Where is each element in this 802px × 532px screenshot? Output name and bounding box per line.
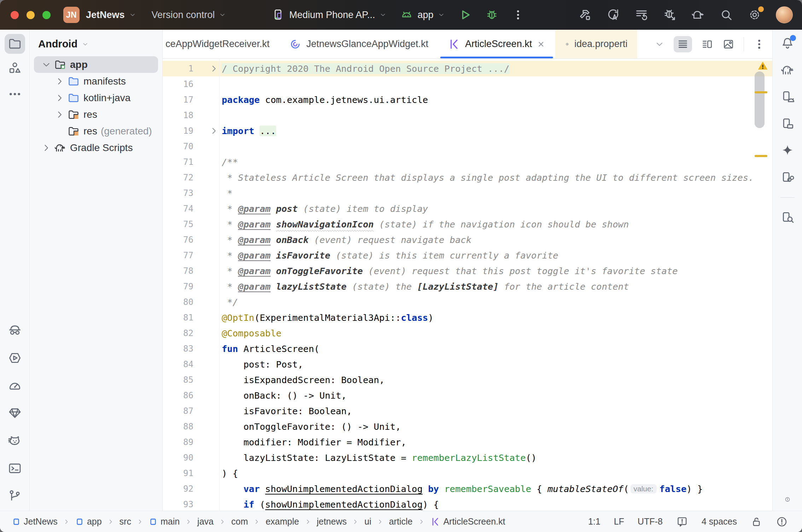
run-button[interactable] [458,8,472,22]
code-line[interactable]: 90 lazyListState: LazyListState = rememb… [163,450,772,466]
chevron-down-icon[interactable] [41,59,52,70]
breadcrumb-file[interactable]: ArticleScreen.kt [430,516,505,527]
app-inspection-icon[interactable] [8,323,22,337]
device-selector[interactable]: Medium Phone AP... [272,8,387,22]
notifications-icon[interactable] [780,36,795,50]
editor-view-mode-button[interactable] [674,36,692,52]
code-line[interactable]: 70 [163,139,772,154]
scrollbar-warning-mark[interactable] [755,91,767,93]
line-number[interactable]: 83 [183,344,193,354]
breadcrumb-main[interactable]: main [149,516,180,527]
tree-item-kotlin-java[interactable]: kotlin+java [34,89,158,106]
code-line[interactable]: 1/ Copyright 2020 The Android Open Sourc… [163,61,772,76]
device-streaming-icon[interactable] [780,170,795,185]
project-view-selector[interactable]: Android [30,35,162,56]
code-line[interactable]: 18 [163,108,772,123]
code-line[interactable]: 87 isFavorite: Boolean, [163,403,772,419]
line-number[interactable]: 90 [183,453,193,463]
code-line[interactable]: 75 * @param showNavigationIcon (state) i… [163,216,772,232]
writable-status-icon[interactable] [750,516,762,528]
line-number[interactable]: 71 [183,157,193,167]
file-encoding[interactable]: UTF-8 [638,516,663,527]
logcat-icon[interactable] [8,434,22,448]
breadcrumb-jetnews-pkg[interactable]: jetnews [317,516,347,527]
app-quality-insights-icon[interactable] [8,406,22,420]
device-explorer-icon[interactable] [780,210,795,225]
line-number[interactable]: 88 [183,422,193,432]
code-line[interactable]: 81@OptIn(ExperimentalMaterial3Api::class… [163,310,772,325]
chevron-right-icon[interactable] [54,109,65,120]
terminal-icon[interactable] [8,461,22,475]
running-devices-icon[interactable] [780,117,795,131]
line-number[interactable]: 18 [183,110,193,120]
close-window-button[interactable] [11,11,19,19]
tab-idea-properties[interactable]: idea.properti [555,30,637,58]
more-actions-button[interactable] [512,9,524,21]
problems-icon[interactable] [780,497,795,511]
version-control-menu[interactable]: Version control [152,10,226,21]
problems-status-icon[interactable] [776,516,788,528]
chevron-right-icon[interactable] [54,76,65,87]
profiler-icon[interactable] [8,378,22,393]
code-line[interactable]: 91) { [163,466,772,481]
fold-arrow-icon[interactable] [209,64,219,73]
line-number[interactable]: 89 [183,437,193,447]
breadcrumb-app[interactable]: app [75,516,102,527]
tab-articlescreen[interactable]: ArticleScreen.kt [438,30,555,58]
line-number[interactable]: 70 [183,141,193,151]
gradle-tool-icon[interactable] [780,63,795,77]
line-number[interactable]: 77 [183,250,193,260]
line-number[interactable]: 84 [183,359,193,369]
line-number[interactable]: 86 [183,391,193,400]
tree-item-res-generated[interactable]: res (generated) [34,123,158,139]
line-number[interactable]: 76 [183,235,193,245]
code-line[interactable]: 83fun ArticleScreen( [163,341,772,357]
code-line[interactable]: 82@Composable [163,325,772,341]
hidden-tabs-chevron-icon[interactable] [655,39,664,49]
build-icon[interactable] [578,8,592,22]
caret-position[interactable]: 1:1 [588,516,600,527]
code-line[interactable]: 19import ... [163,123,772,139]
code-line[interactable]: 76 * @param onBack (event) request navig… [163,232,772,248]
breadcrumb-article[interactable]: article [389,516,413,527]
tab-glanceappwidgetreceiver[interactable]: ceAppWidgetReceiver.kt [163,30,279,58]
gradle-sync-icon[interactable] [691,8,705,22]
resource-manager-icon[interactable] [8,61,22,75]
code-line[interactable]: 89 modifier: Modifier = Modifier, [163,434,772,450]
code-line[interactable]: 78 * @param onToggleFavorite (event) req… [163,263,772,279]
code-line[interactable]: 77 * @param isFavorite (state) is this i… [163,248,772,263]
settings-icon[interactable] [748,8,762,22]
search-everywhere-icon[interactable] [719,8,733,22]
line-number[interactable]: 85 [183,375,193,385]
code-line[interactable]: 84 post: Post, [163,357,772,372]
editor-options-icon[interactable] [753,38,765,50]
line-number[interactable]: 93 [183,499,193,509]
inspection-widget-icon[interactable] [676,516,688,528]
line-number[interactable]: 82 [183,328,193,338]
code-line[interactable]: 74 * @param post (state) item to display [163,201,772,216]
project-icon[interactable]: JN [63,7,80,23]
fold-arrow-icon[interactable] [209,126,219,135]
run-config-selector[interactable]: app [400,8,445,22]
code-line[interactable]: 86 onBack: () -> Unit, [163,388,772,403]
line-number[interactable]: 79 [183,282,193,291]
indent-setting[interactable]: 4 spaces [702,516,737,527]
code-line[interactable]: 85 isExpandedScreen: Boolean, [163,372,772,388]
breadcrumb-src[interactable]: src [120,516,131,527]
code-line[interactable]: 80 */ [163,294,772,310]
tree-item-manifests[interactable]: manifests [34,73,158,89]
more-tool-windows-icon[interactable] [8,87,22,101]
inspection-warning-icon[interactable] [756,60,769,71]
line-number[interactable]: 87 [183,406,193,416]
services-icon[interactable] [8,351,22,365]
project-menu[interactable]: JetNews [86,10,136,21]
close-icon[interactable] [537,40,545,48]
apply-code-changes-icon[interactable] [634,8,649,22]
preview-icon[interactable] [722,38,734,50]
line-separator[interactable]: LF [614,516,624,527]
code-line[interactable]: 17package com.example.jetnews.ui.article [163,92,772,108]
line-number[interactable]: 75 [183,219,193,229]
code-line[interactable]: 93 if (showUnimplementedActionDialog) { [163,497,772,511]
line-number[interactable]: 74 [183,204,193,214]
user-avatar[interactable] [776,6,793,23]
